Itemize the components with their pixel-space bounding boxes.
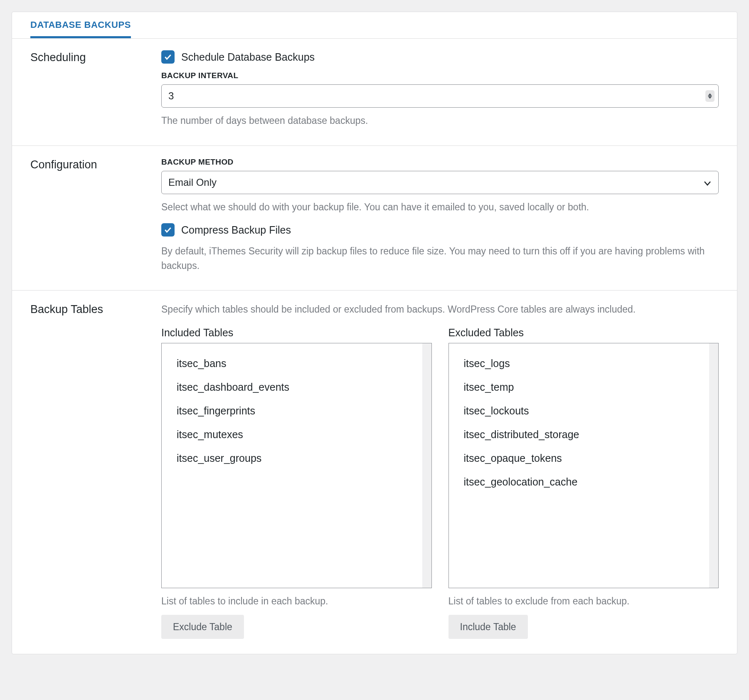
schedule-backups-checkbox[interactable] [161, 50, 175, 64]
included-tables-heading: Included Tables [161, 327, 432, 339]
list-item[interactable]: itsec_distributed_storage [449, 423, 710, 446]
section-scheduling: Scheduling Schedule Database Backups BAC… [12, 39, 737, 146]
backup-interval-help: The number of days between database back… [161, 113, 719, 128]
included-tables-listbox[interactable]: itsec_bansitsec_dashboard_eventsitsec_fi… [161, 343, 432, 588]
included-tables-column: Included Tables itsec_bansitsec_dashboar… [161, 327, 432, 639]
list-item[interactable]: itsec_opaque_tokens [449, 446, 710, 470]
section-title-backup-tables: Backup Tables [30, 302, 145, 639]
chevron-down-icon [708, 96, 712, 99]
backup-interval-label: BACKUP INTERVAL [161, 71, 719, 80]
section-title-scheduling: Scheduling [30, 50, 145, 131]
list-item[interactable]: itsec_fingerprints [162, 399, 422, 423]
excluded-tables-listbox[interactable]: itsec_logsitsec_tempitsec_lockoutsitsec_… [448, 343, 719, 588]
check-icon [164, 53, 172, 61]
number-stepper[interactable] [705, 90, 715, 102]
section-title-configuration: Configuration [30, 158, 145, 276]
list-item[interactable]: itsec_geolocation_cache [449, 470, 710, 494]
list-item[interactable]: itsec_dashboard_events [162, 375, 422, 399]
list-item[interactable]: itsec_mutexes [162, 423, 422, 446]
backup-method-label: BACKUP METHOD [161, 158, 719, 167]
compress-files-help: By default, iThemes Security will zip ba… [161, 244, 719, 273]
excluded-tables-help: List of tables to exclude from each back… [448, 594, 719, 609]
backup-method-select[interactable]: Email Only [161, 171, 719, 194]
backup-interval-input[interactable] [161, 84, 719, 108]
section-backup-tables: Backup Tables Specify which tables shoul… [12, 291, 737, 654]
backup-tables-intro: Specify which tables should be included … [161, 302, 719, 317]
tab-database-backups[interactable]: DATABASE BACKUPS [30, 12, 131, 38]
excluded-tables-column: Excluded Tables itsec_logsitsec_tempitse… [448, 327, 719, 639]
schedule-backups-label: Schedule Database Backups [181, 51, 315, 63]
section-configuration: Configuration BACKUP METHOD Email Only S… [12, 146, 737, 291]
scrollbar[interactable] [709, 343, 718, 588]
check-icon [164, 226, 172, 234]
exclude-table-button[interactable]: Exclude Table [161, 615, 244, 639]
list-item[interactable]: itsec_user_groups [162, 446, 422, 470]
excluded-tables-heading: Excluded Tables [448, 327, 719, 339]
compress-files-checkbox[interactable] [161, 223, 175, 237]
list-item[interactable]: itsec_logs [449, 352, 710, 375]
scrollbar[interactable] [422, 343, 431, 588]
compress-files-label: Compress Backup Files [181, 224, 291, 236]
include-table-button[interactable]: Include Table [448, 615, 528, 639]
backup-method-help: Select what we should do with your backu… [161, 200, 719, 214]
list-item[interactable]: itsec_lockouts [449, 399, 710, 423]
list-item[interactable]: itsec_temp [449, 375, 710, 399]
settings-panel: DATABASE BACKUPS Scheduling Schedule Dat… [12, 12, 737, 654]
tabs-bar: DATABASE BACKUPS [12, 12, 737, 39]
chevron-up-icon [708, 93, 712, 96]
list-item[interactable]: itsec_bans [162, 352, 422, 375]
included-tables-help: List of tables to include in each backup… [161, 594, 432, 609]
